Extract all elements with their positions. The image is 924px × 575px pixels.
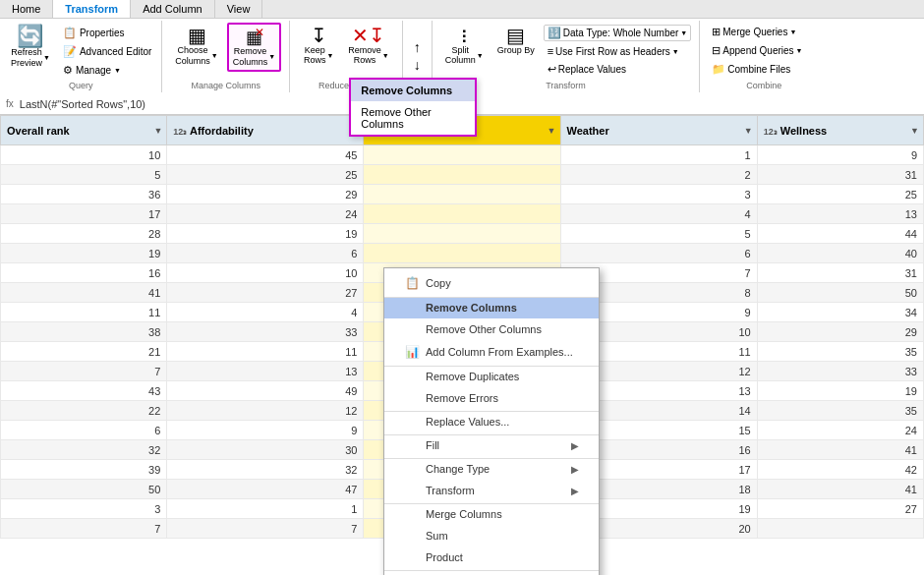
ctx-copy[interactable]: 📋Copy [384, 271, 599, 295]
col-header-weather[interactable]: Weather ▼ [560, 116, 757, 145]
keep-rows-button[interactable]: ↧ Keep Rows ▼ [298, 23, 339, 68]
col-header-overall-rank[interactable]: Overall rank ▼ [1, 116, 167, 145]
ctx-fill[interactable]: Fill▶ [384, 434, 599, 456]
remove-columns-button[interactable]: ▦✕ Remove Columns ▼ [227, 23, 281, 72]
ctx-product[interactable]: Product [384, 546, 599, 568]
table-row: 525231 [1, 165, 924, 185]
table-row: 104519 [1, 145, 924, 165]
table-row: 196640 [1, 244, 924, 263]
manage-button[interactable]: ⚙ Manage ▼ [59, 62, 155, 79]
ctx-group-by[interactable]: 📊Group By... [384, 570, 599, 575]
ctx-remove-columns[interactable]: Remove Columns [384, 297, 599, 318]
remove-columns-dropdown: Remove Columns Remove Other Columns [349, 78, 477, 137]
first-row-headers-button[interactable]: ≡ Use First Row as Headers ▼ [544, 43, 692, 59]
ctx-sum[interactable]: Sum [384, 525, 599, 546]
ctx-remove-duplicates[interactable]: Remove Duplicates [384, 366, 599, 387]
tab-add-column[interactable]: Add Column [131, 0, 215, 18]
ctx-remove-other-columns[interactable]: Remove Other Columns [384, 318, 599, 340]
transform-group-label: Transform [440, 81, 692, 90]
tab-view[interactable]: View [215, 0, 263, 18]
sort-desc-button[interactable]: ↓ [409, 57, 426, 73]
refresh-preview-button[interactable]: 🔄 Refresh Preview ▼ [6, 23, 55, 72]
ctx-remove-errors[interactable]: Remove Errors [384, 387, 599, 409]
combine-files-button[interactable]: 📁 Combine Files [708, 61, 820, 78]
col-header-affordability[interactable]: 12₃ Affordability ▼ [167, 116, 364, 145]
advanced-editor-button[interactable]: 📝 Advanced Editor [59, 43, 155, 60]
append-queries-button[interactable]: ⊟ Append Queries ▼ [708, 42, 820, 59]
ctx-change-type[interactable]: Change Type▶ [384, 458, 599, 480]
formula-text: LastN(#"Sorted Rows",10) [20, 98, 145, 110]
replace-values-button[interactable]: ↩ Replace Values [544, 61, 692, 78]
merge-queries-button[interactable]: ⊞ Merge Queries ▼ [708, 24, 820, 40]
dd-remove-other-cols[interactable]: Remove Other Columns [351, 101, 475, 135]
ctx-transform[interactable]: Transform▶ [384, 480, 599, 501]
tab-transform[interactable]: Transform [53, 0, 131, 18]
table-row: 3629325 [1, 185, 924, 204]
ribbon-group-reduce-rows: ↧ Keep Rows ▼ ✕↧ Remove Rows ▼ Re [290, 21, 402, 92]
main-area: Overall rank ▼ 12₃ Affordability ▼ 12₃ C… [0, 115, 924, 575]
context-menu: 📋CopyRemove ColumnsRemove Other Columns📊… [383, 267, 600, 575]
query-group-label: Query [6, 81, 155, 90]
data-type-button[interactable]: 🔢 Data Type: Whole Number ▼ [544, 25, 692, 41]
ctx-merge-columns[interactable]: Merge Columns [384, 503, 599, 525]
manage-columns-group-label: Manage Columns [170, 81, 281, 90]
ribbon-group-combine: ⊞ Merge Queries ▼ ⊟ Append Queries ▼ 📁 C… [700, 21, 828, 92]
dd-remove-cols[interactable]: Remove Columns [351, 80, 475, 101]
choose-columns-button[interactable]: ▦ Choose Columns ▼ [170, 23, 222, 70]
split-column-button[interactable]: ⫶ Split Column ▼ [440, 23, 489, 68]
group-by-button[interactable]: ▤ Group By [492, 23, 540, 58]
col-header-wellness[interactable]: 12₃ Wellness ▼ [757, 116, 923, 145]
combine-group-label: Combine [708, 81, 820, 90]
tab-home[interactable]: Home [0, 0, 53, 18]
ribbon-group-manage-columns: ▦ Choose Columns ▼ ▦✕ Remove Columns ▼ [162, 21, 290, 92]
sort-asc-button[interactable]: ↑ [409, 39, 426, 55]
ctx-replace-values[interactable]: Replace Values... [384, 411, 599, 432]
table-row: 2819544 [1, 224, 924, 244]
ribbon: Home Transform Add Column View 🔄 Refresh… [0, 0, 924, 93]
ribbon-group-query: 🔄 Refresh Preview ▼ 📋 Properties 📝 Advan… [0, 21, 162, 92]
table-row: 1724413 [1, 204, 924, 224]
properties-button[interactable]: 📋 Properties [59, 25, 155, 41]
ctx-add-column-examples[interactable]: 📊Add Column From Examples... [384, 340, 599, 364]
remove-rows-button[interactable]: ✕↧ Remove Rows ▼ [343, 23, 393, 68]
